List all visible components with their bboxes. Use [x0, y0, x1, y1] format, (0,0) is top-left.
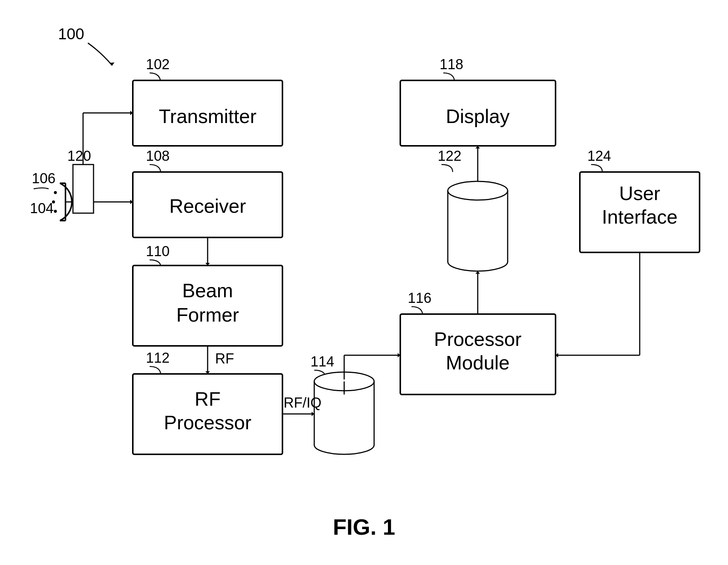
beam-former-label-line2: Former	[176, 304, 239, 326]
rf-processor-label-line1: RF	[195, 388, 220, 410]
svg-point-6	[54, 210, 57, 213]
receiver-label: Receiver	[169, 195, 246, 217]
ref-118: 118	[440, 56, 463, 72]
user-interface-label-line1: User	[619, 182, 660, 204]
ref-110: 110	[146, 243, 169, 259]
rf-processor-label-line2: Processor	[164, 412, 251, 433]
ref-116: 116	[408, 290, 431, 306]
user-interface-label-line2: Interface	[602, 206, 677, 228]
svg-rect-8	[73, 165, 94, 213]
ref-112: 112	[146, 350, 169, 366]
ref-124: 124	[587, 148, 611, 164]
svg-point-4	[54, 191, 57, 194]
rf-iq-label: RF/IQ	[284, 395, 321, 411]
diagram-container: 100 106 104 120 102 Transm	[0, 0, 728, 565]
ref-104: 104	[30, 200, 53, 216]
display-label: Display	[446, 105, 510, 127]
svg-point-5	[52, 200, 55, 203]
figure-label: FIG. 1	[333, 515, 395, 540]
ref-100: 100	[58, 25, 84, 43]
ref-120: 120	[67, 148, 91, 164]
transmitter-label: Transmitter	[159, 105, 257, 127]
ref-108: 108	[146, 148, 169, 164]
processor-module-label-line2: Module	[446, 352, 510, 374]
ref-122: 122	[438, 148, 461, 164]
svg-rect-0	[0, 0, 728, 565]
processor-module-label-line1: Processor	[434, 328, 521, 350]
svg-rect-32	[448, 191, 508, 262]
ref-106: 106	[32, 171, 55, 186]
beam-former-label-line1: Beam	[182, 280, 233, 301]
ref-102: 102	[146, 56, 169, 72]
svg-point-35	[448, 181, 508, 200]
rf-label: RF	[215, 351, 234, 366]
ref-114: 114	[311, 354, 334, 369]
